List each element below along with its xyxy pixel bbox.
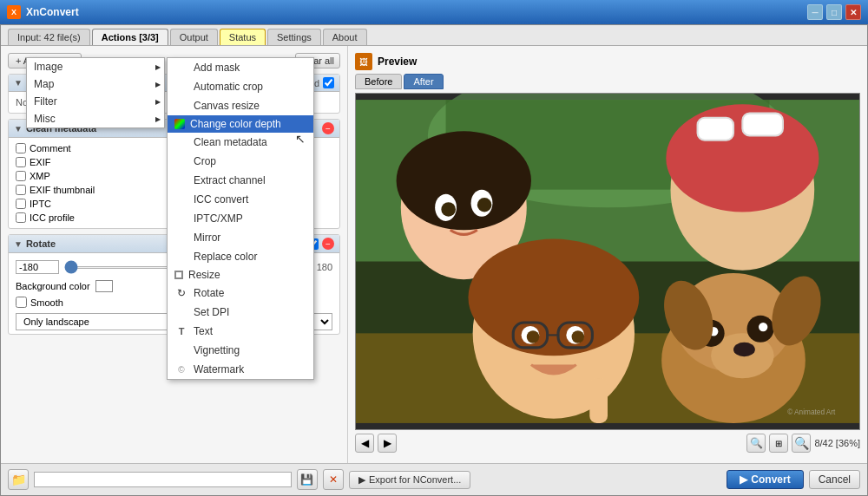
rotate-angle-display: 180: [317, 262, 332, 272]
actions-panel: + Add action> clear all ▼ Automati... bl…: [1, 46, 348, 463]
preview-svg: © Animated Art: [356, 94, 859, 429]
orientation-select[interactable]: Only landscape All Only portrait: [16, 313, 332, 330]
preview-image-area: © Animated Art: [355, 93, 860, 430]
clean-metadata-section: ▼ Clean metadata − Comment EXIF: [8, 119, 340, 229]
exif-thumbnail-row: EXIF thumbnail: [16, 183, 332, 197]
exif-row: EXIF: [16, 155, 332, 169]
preview-file-info: 8/42 [36%]: [814, 438, 860, 448]
tab-before[interactable]: Before: [355, 74, 402, 89]
remove-rotate-button[interactable]: −: [322, 238, 334, 250]
bg-color-label: Background color: [16, 281, 90, 291]
svg-text:© Animated Art: © Animated Art: [787, 408, 836, 416]
preview-title: Preview: [378, 55, 417, 68]
remove-clean-metadata-button[interactable]: −: [322, 122, 334, 134]
clean-metadata-title: Clean metadata: [26, 123, 96, 134]
automati-section-title: Automati...: [26, 78, 76, 88]
window-controls: ─ □ ✕: [807, 4, 861, 20]
smooth-checkbox[interactable]: [16, 297, 27, 308]
zoom-fit-button[interactable]: ⊞: [769, 434, 788, 453]
actions-header: + Add action> clear all: [8, 53, 340, 69]
output-path-input[interactable]: [34, 472, 292, 487]
convert-button[interactable]: ▶ Convert: [727, 470, 803, 489]
bg-color-swatch[interactable]: [95, 280, 113, 292]
comment-row: Comment: [16, 141, 332, 155]
iptc-checkbox[interactable]: [16, 199, 26, 209]
svg-point-16: [468, 239, 639, 356]
rotate-enabled-checkbox[interactable]: [307, 238, 319, 250]
preview-panel: 🖼 Preview Before After: [348, 46, 867, 463]
preview-prev-button[interactable]: ◀: [355, 434, 374, 453]
bg-color-row: Background color: [16, 277, 332, 295]
app-icon: X: [7, 5, 21, 19]
rotate-section: ▼ Rotate bled − 180 Background: [8, 234, 340, 335]
automati-section-header: ▼ Automati... bled: [9, 75, 339, 92]
svg-rect-13: [698, 118, 733, 140]
exif-checkbox[interactable]: [16, 157, 26, 167]
close-button[interactable]: ✕: [845, 4, 861, 20]
automati-section: ▼ Automati... bled No settings: [8, 74, 340, 114]
preview-next-button[interactable]: ▶: [378, 434, 397, 453]
svg-point-10: [477, 198, 492, 212]
bottom-bar: 📁 💾 ✕ ▶ Export for NConvert... ▶ Convert…: [1, 463, 867, 495]
rotate-section-header: ▼ Rotate bled −: [9, 235, 339, 253]
xmp-row: XMP: [16, 169, 332, 183]
export-nconvert-icon: ▶: [358, 474, 365, 486]
exif-label: EXIF: [30, 157, 50, 167]
clear-all-button[interactable]: clear all: [295, 53, 340, 69]
rotate-enabled-label: bled: [286, 238, 304, 249]
rotate-section-title: Rotate: [26, 238, 56, 249]
tab-settings[interactable]: Settings: [267, 29, 321, 45]
minimize-button[interactable]: ─: [807, 4, 823, 20]
add-action-button[interactable]: + Add action>: [8, 53, 82, 69]
export-nconvert-button[interactable]: ▶ Export for NConvert...: [349, 471, 470, 489]
svg-point-32: [759, 323, 767, 331]
tab-actions[interactable]: Actions [3/3]: [92, 29, 168, 45]
smooth-label: Smooth: [30, 297, 63, 308]
svg-rect-24: [589, 378, 608, 423]
title-bar: X XnConvert ─ □ ✕: [0, 0, 868, 24]
automati-enabled-label: bled: [301, 78, 319, 88]
svg-point-9: [441, 202, 456, 217]
section-triangle-rotate: ▼: [14, 239, 23, 249]
preview-controls: ◀ ▶ 🔍 ⊞ 🔍 8/42 [36%]: [355, 430, 860, 456]
iptc-label: IPTC: [30, 199, 51, 209]
browse-folder-button[interactable]: 📁: [8, 469, 29, 490]
cancel-button[interactable]: Cancel: [809, 470, 860, 489]
icc-profile-checkbox[interactable]: [16, 212, 26, 223]
section-triangle-clean: ▼: [14, 124, 23, 134]
tab-after[interactable]: After: [404, 74, 443, 89]
exif-thumbnail-label: EXIF thumbnail: [30, 185, 95, 195]
tab-output[interactable]: Output: [170, 29, 218, 45]
tab-about[interactable]: About: [323, 29, 367, 45]
zoom-in-button[interactable]: 🔍: [746, 434, 766, 453]
main-window: Input: 42 file(s) Actions [3/3] Output S…: [0, 24, 868, 496]
convert-icon: ▶: [740, 473, 747, 486]
section-triangle-automati: ▼: [14, 78, 23, 88]
automati-section-content: No settings: [9, 92, 339, 113]
automati-no-settings: No settings: [16, 95, 332, 109]
xmp-checkbox[interactable]: [16, 171, 26, 181]
tab-input[interactable]: Input: 42 file(s): [8, 29, 90, 45]
svg-point-23: [572, 330, 585, 343]
app-title: XnConvert: [26, 6, 79, 18]
automati-enabled-checkbox[interactable]: [323, 77, 334, 88]
preview-header: 🖼 Preview: [355, 53, 860, 70]
rotate-angle-input[interactable]: [16, 260, 59, 274]
maximize-button[interactable]: □: [826, 4, 842, 20]
preview-tab-bar: Before After: [355, 74, 860, 89]
iptc-row: IPTC: [16, 197, 332, 211]
svg-rect-14: [742, 114, 783, 136]
svg-point-22: [527, 330, 540, 343]
comment-checkbox[interactable]: [16, 143, 26, 153]
clear-path-button[interactable]: ✕: [323, 469, 344, 490]
svg-point-6: [397, 131, 531, 230]
rotate-angle-slider[interactable]: [64, 266, 308, 269]
rotate-angle-row: 180: [16, 257, 332, 277]
exif-thumbnail-checkbox[interactable]: [16, 185, 26, 195]
zoom-out-button[interactable]: 🔍: [792, 434, 811, 453]
save-path-button[interactable]: 💾: [297, 469, 318, 490]
icc-profile-label: ICC profile: [30, 212, 75, 223]
smooth-row: Smooth: [16, 295, 332, 310]
tab-status[interactable]: Status: [220, 29, 266, 45]
clean-metadata-content: Comment EXIF XMP EXIF thumbnail: [9, 138, 339, 228]
